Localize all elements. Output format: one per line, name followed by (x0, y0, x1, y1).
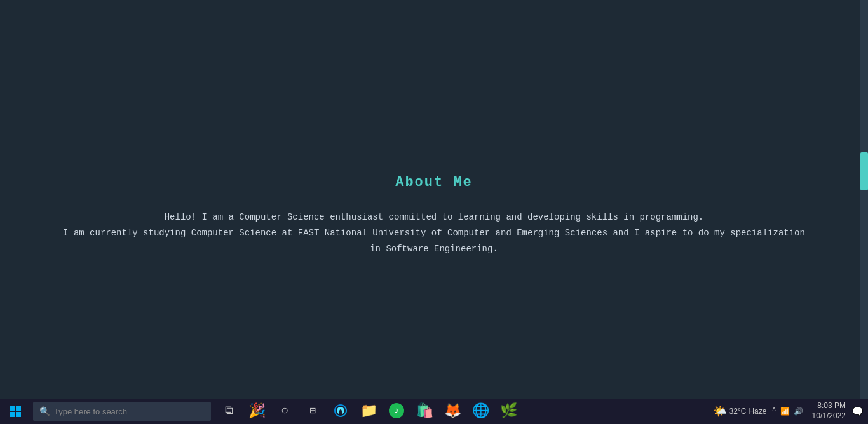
scrollbar[interactable] (860, 0, 868, 399)
windows-quad-2 (16, 406, 21, 411)
folder-icon: 📁 (360, 402, 377, 420)
taskbar: 🔍 Type here to search ⧉ 🎉 ○ ⊞ (0, 399, 868, 424)
emoji-app-icon[interactable]: 🎉 (244, 399, 269, 424)
emoji-icon: 🎉 (248, 402, 266, 420)
chrome-icon-emoji: 🌐 (472, 402, 489, 420)
network-icon[interactable]: 📶 (779, 407, 791, 416)
notification-icon[interactable]: 🗨️ (852, 406, 863, 417)
date-display: 10/1/2022 (812, 411, 846, 421)
about-section: About Me Hello! I am a Computer Science … (0, 175, 868, 258)
spotify-circle: ♪ (389, 403, 404, 418)
edge-icon-svg (333, 403, 348, 418)
weather-condition: Haze (749, 407, 766, 416)
windows-quad-4 (16, 412, 21, 417)
chrome-icon[interactable]: 🌐 (468, 399, 493, 424)
firefox-icon-emoji: 🦊 (444, 402, 461, 420)
volume-icon[interactable]: 🔊 (792, 407, 804, 416)
windows-icon (10, 406, 21, 417)
task-view-icon: ⧉ (225, 404, 233, 417)
search-bar[interactable]: 🔍 Type here to search (33, 402, 211, 421)
search-circle-icon: ○ (281, 404, 288, 418)
store-icon: 🛍️ (416, 402, 433, 420)
about-text: Hello! I am a Computer Science enthusias… (25, 209, 843, 258)
firefox-icon[interactable]: 🦊 (440, 399, 465, 424)
custom-app-icon[interactable]: 🌿 (496, 399, 521, 424)
edge-browser-icon[interactable] (328, 399, 353, 424)
about-line3: in Software Engineering. (25, 241, 843, 257)
chevron-up-icon[interactable]: ^ (770, 407, 777, 416)
time-display: 8:03 PM (817, 401, 846, 411)
search-icon: 🔍 (39, 406, 50, 417)
system-icons: ^ 📶 🔊 (770, 407, 804, 416)
windows-store-icon[interactable]: 🛍️ (412, 399, 437, 424)
search-button[interactable]: ○ (272, 399, 297, 424)
start-button[interactable] (0, 399, 31, 424)
about-line2: I am currently studying Computer Science… (25, 225, 843, 241)
file-explorer-icon[interactable]: 📁 (356, 399, 381, 424)
windows-quad-3 (10, 412, 15, 417)
task-view-button[interactable]: ⧉ (216, 399, 241, 424)
weather-widget: 🌤️ 32°C Haze (713, 404, 767, 418)
weather-temp: 32°C (729, 407, 747, 416)
search-placeholder-text: Type here to search (54, 407, 127, 416)
about-title: About Me (25, 175, 843, 190)
windows-quad-1 (10, 406, 15, 411)
task-switcher-icon: ⊞ (309, 404, 316, 417)
custom-icon-emoji: 🌿 (500, 402, 517, 420)
taskbar-apps: ⧉ 🎉 ○ ⊞ (216, 399, 521, 424)
system-tray: 🌤️ 32°C Haze ^ 📶 🔊 8:03 PM 10/1/2022 🗨️ (713, 401, 868, 421)
task-switcher-button[interactable]: ⊞ (300, 399, 325, 424)
spotify-icon[interactable]: ♪ (384, 399, 409, 424)
about-line1: Hello! I am a Computer Science enthusias… (25, 209, 843, 225)
weather-icon: 🌤️ (713, 404, 727, 418)
datetime-display[interactable]: 8:03 PM 10/1/2022 (812, 401, 846, 421)
main-content: About Me Hello! I am a Computer Science … (0, 0, 868, 399)
scrollbar-thumb[interactable] (860, 152, 868, 190)
